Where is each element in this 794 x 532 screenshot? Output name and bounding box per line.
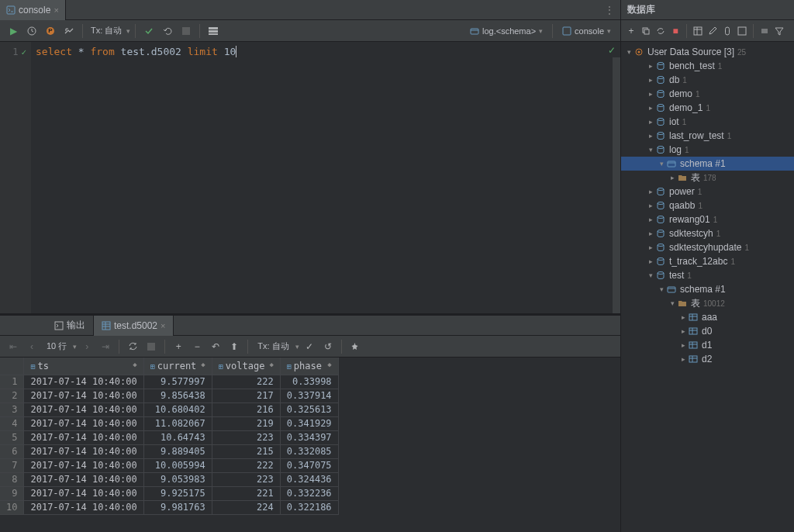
table-row[interactable]: 10 2017-07-14 10:40:00 9.981763 224 0.32… (0, 500, 338, 514)
breadcrumb[interactable]: log.<schema> ▾ (465, 26, 547, 36)
refresh-button[interactable] (654, 22, 668, 40)
column-header-phase[interactable]: ⊞phase◆ (280, 358, 338, 375)
tree-item-demo[interactable]: demo 1 (621, 87, 794, 101)
duplicate-button[interactable] (639, 22, 653, 40)
tree-item-iot[interactable]: iot 1 (621, 115, 794, 129)
next-page-button[interactable]: › (78, 338, 95, 355)
tree-item-log[interactable]: log 1 (621, 143, 794, 157)
filter-button[interactable] (772, 22, 786, 40)
tree-item-sdktestcyhupdate[interactable]: sdktestcyhupdate 1 (621, 240, 794, 254)
expand-icon[interactable] (646, 188, 655, 195)
view-button[interactable] (205, 22, 222, 40)
expand-icon[interactable] (646, 230, 655, 237)
tree-item--[interactable]: 表 10012 (621, 296, 794, 310)
expand-icon[interactable] (646, 118, 655, 126)
expand-icon[interactable] (668, 174, 677, 181)
breadcrumb-console[interactable]: console ▾ (558, 26, 616, 36)
tree-item-schema--1[interactable]: schema #1 (621, 282, 794, 296)
expand-icon[interactable] (646, 62, 655, 70)
table-row[interactable]: 3 2017-07-14 10:40:00 10.680402 216 0.32… (0, 402, 338, 416)
table-row[interactable]: 9 2017-07-14 10:40:00 9.925175 221 0.332… (0, 486, 338, 500)
expand-icon[interactable] (678, 355, 688, 363)
expand-icon[interactable] (646, 271, 655, 279)
last-page-button[interactable]: ⇥ (97, 338, 114, 355)
tree-item-rewang01[interactable]: rewang01 1 (621, 212, 794, 226)
rollback-button[interactable]: ↺ (319, 338, 337, 355)
tree-item-aaa[interactable]: aaa (621, 310, 794, 324)
tree-item-db[interactable]: db 1 (621, 73, 794, 87)
explain-button[interactable]: P (42, 22, 59, 40)
remove-row-button[interactable]: − (188, 338, 205, 355)
table-row[interactable]: 5 2017-07-14 10:40:00 10.64743 223 0.334… (0, 430, 338, 444)
expand-icon[interactable] (646, 216, 655, 223)
add-row-button[interactable]: + (170, 338, 187, 355)
prev-page-button[interactable]: ‹ (23, 338, 40, 355)
expand-icon[interactable] (646, 202, 655, 209)
tab-options-icon[interactable]: ⋮ (599, 5, 620, 16)
tree-item-d0[interactable]: d0 (621, 324, 794, 338)
tree-item-test[interactable]: test 1 (621, 268, 794, 282)
expand-icon[interactable] (646, 90, 655, 98)
row-index-header[interactable] (0, 358, 24, 375)
table-row[interactable]: 1 2017-07-14 10:40:00 9.577997 222 0.339… (0, 375, 338, 389)
collapse-button[interactable] (758, 22, 772, 40)
tree-item-demo-1[interactable]: demo_1 1 (621, 101, 794, 115)
expand-icon[interactable] (646, 257, 655, 265)
close-icon[interactable]: × (54, 5, 58, 15)
table-row[interactable]: 7 2017-07-14 10:40:00 10.005994 222 0.34… (0, 458, 338, 472)
tree-item-power[interactable]: power 1 (621, 185, 794, 199)
submit-button[interactable]: ⬆ (226, 338, 243, 355)
tab-console[interactable]: console × (0, 0, 66, 20)
result-grid[interactable]: ⊞ts◆⊞current◆⊞voltage◆⊞phase◆ 1 2017-07-… (0, 358, 620, 532)
tree-item-d2[interactable]: d2 (621, 352, 794, 366)
tx-mode-label[interactable]: Tx: 自动 (253, 340, 293, 352)
expand-icon[interactable] (668, 299, 677, 307)
tab-result-table[interactable]: test.d5002 × (94, 316, 174, 336)
tx-mode-dropdown[interactable]: Tx: 自动 (88, 25, 125, 36)
tables-button[interactable] (691, 22, 705, 40)
tree-item-bench-test[interactable]: bench_test 1 (621, 59, 794, 73)
scrollbar[interactable] (613, 57, 620, 313)
code-area[interactable]: select * from test.d5002 limit 10 (31, 42, 620, 313)
settings-button[interactable] (60, 22, 78, 40)
tree-root[interactable]: User Data Source [3]25 (621, 45, 794, 59)
tree-item--[interactable]: 表 178 (621, 171, 794, 185)
table-row[interactable]: 8 2017-07-14 10:40:00 9.053983 223 0.324… (0, 472, 338, 486)
database-tree[interactable]: User Data Source [3]25 bench_test 1 db 1… (621, 42, 794, 532)
history-button[interactable] (23, 22, 40, 40)
tree-item-qaabb[interactable]: qaabb 1 (621, 199, 794, 212)
stop-button[interactable]: ■ (668, 22, 682, 40)
revert-button[interactable]: ↶ (207, 338, 224, 355)
expand-icon[interactable] (657, 285, 666, 293)
rollback-button[interactable] (159, 22, 176, 40)
tree-item-t-track-12abc[interactable]: t_track_12abc 1 (621, 254, 794, 268)
expand-icon[interactable] (646, 146, 655, 154)
tree-item-sdktestcyh[interactable]: sdktestcyh 1 (621, 226, 794, 240)
tree-item-d1[interactable]: d1 (621, 338, 794, 352)
column-header-voltage[interactable]: ⊞voltage◆ (212, 358, 280, 375)
column-header-current[interactable]: ⊞current◆ (143, 358, 212, 375)
expand-icon[interactable] (646, 132, 655, 140)
refresh-button[interactable] (124, 338, 141, 355)
table-row[interactable]: 2 2017-07-14 10:40:00 9.856438 217 0.337… (0, 389, 338, 402)
row-count-dropdown[interactable]: 10 行 (42, 340, 71, 352)
tree-item-schema--1[interactable]: schema #1 (621, 157, 794, 171)
table-row[interactable]: 4 2017-07-14 10:40:00 11.082067 219 0.34… (0, 416, 338, 430)
column-header-ts[interactable]: ⊞ts◆ (24, 358, 143, 375)
add-button[interactable]: + (624, 22, 638, 40)
console-button[interactable] (735, 22, 749, 40)
expand-icon[interactable] (646, 244, 655, 251)
close-icon[interactable]: × (161, 321, 165, 330)
first-page-button[interactable]: ⇤ (5, 338, 22, 355)
sql-editor[interactable]: 1✓ select * from test.d5002 limit 10 ✓ (0, 42, 620, 313)
expand-icon[interactable] (678, 341, 688, 349)
expand-icon[interactable] (678, 327, 688, 335)
edit-button[interactable] (706, 22, 720, 40)
commit-button[interactable] (140, 22, 157, 40)
expand-icon[interactable] (646, 104, 655, 112)
expand-icon[interactable] (657, 160, 666, 168)
pin-button[interactable] (347, 338, 364, 355)
tree-item-last-row-test[interactable]: last_row_test 1 (621, 129, 794, 143)
expand-icon[interactable] (646, 76, 655, 84)
tab-output[interactable]: 输出 (47, 316, 94, 336)
